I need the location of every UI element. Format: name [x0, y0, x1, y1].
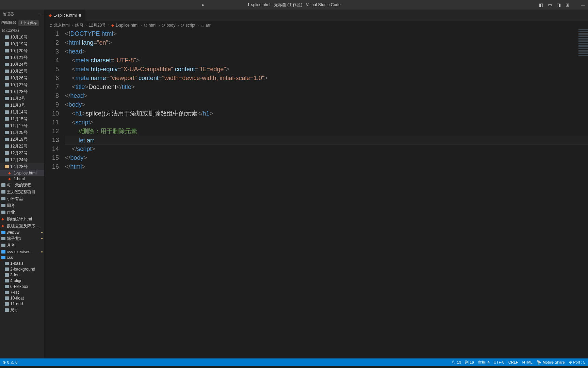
breadcrumb-segment[interactable]: script [185, 23, 195, 28]
folder-item[interactable]: 2-background [0, 266, 44, 272]
folder-item[interactable]: 1-basis [0, 260, 44, 266]
folder-item[interactable]: 12月28号 [0, 163, 44, 170]
tree-item-label: 11月2号 [10, 96, 25, 102]
folder-item[interactable]: 12月19号 [0, 136, 44, 143]
breadcrumb-segment[interactable]: html [149, 23, 157, 28]
status-eol[interactable]: CRLF [508, 360, 518, 364]
folder-item[interactable]: 12月23号 [0, 150, 44, 156]
status-errors[interactable]: ⊗ 0 ⚠ 0 [3, 360, 17, 365]
folder-item[interactable]: 小米有品 [0, 195, 44, 202]
layout-sidebar-right-icon[interactable]: ◨ [557, 2, 561, 7]
file-item[interactable]: ◆1.html [0, 176, 44, 182]
code-line[interactable]: //删除：用于删除元素 [65, 127, 588, 136]
status-indent[interactable]: 空格: 4 [478, 360, 490, 365]
code-line[interactable]: <script> [65, 118, 588, 127]
line-number: 7 [45, 82, 59, 91]
status-encoding[interactable]: UTF-8 [494, 360, 504, 364]
layout-panel-icon[interactable]: ▭ [548, 2, 552, 7]
tab-modified-dot[interactable] [79, 14, 81, 17]
layout-customize-icon[interactable]: ⊞ [566, 2, 569, 7]
tree-item-label: wed3w [7, 230, 19, 235]
workspace-label[interactable]: 区 (工作区) [0, 28, 44, 34]
code-editor[interactable]: 12345678910111213141516 <!DOCTYPE html><… [45, 29, 588, 358]
folder-item[interactable]: 周考 [0, 202, 44, 209]
code-line[interactable]: <meta charset="UTF-8"> [65, 56, 588, 65]
folder-item[interactable]: 11月25号 [0, 129, 44, 136]
window-minimize-icon[interactable]: — [581, 2, 585, 7]
folder-item[interactable]: 11月15号 [0, 116, 44, 122]
breadcrumb-segment[interactable]: arr [206, 23, 211, 28]
folder-item[interactable]: 11月2号 [0, 95, 44, 102]
code-line[interactable]: </html> [65, 162, 588, 171]
folder-item[interactable]: 尺寸 [0, 307, 44, 313]
status-port[interactable]: ⊘ Port : 5 [569, 360, 585, 365]
code-line[interactable]: </script> [65, 144, 588, 153]
breadcrumb-segment[interactable]: body [166, 23, 175, 28]
tab-active[interactable]: ◆ 1-splice.html [45, 10, 86, 21]
folder-item[interactable]: 10月27号 [0, 81, 44, 88]
code-content[interactable]: <!DOCTYPE html><html lang="en"><head> <m… [65, 29, 588, 358]
folder-item[interactable]: 4-align [0, 278, 44, 283]
file-item[interactable]: ◆1-splice.html [0, 170, 44, 176]
code-line[interactable]: </head> [65, 91, 588, 100]
folder-item[interactable]: 10月18号 [0, 34, 44, 41]
folder-item[interactable]: 11月14号 [0, 109, 44, 116]
code-line[interactable]: let arr [65, 136, 588, 144]
folder-item[interactable]: 6-Flexbox [0, 283, 44, 289]
breadcrumb-segment[interactable]: 1-splice.html [115, 23, 138, 28]
code-line[interactable]: <html lang="en"> [65, 38, 588, 47]
folder-item[interactable]: 10月25号 [0, 68, 44, 75]
breadcrumb-segment[interactable]: 练习 [75, 22, 83, 28]
folder-item[interactable]: 月考 [0, 242, 44, 249]
status-line-col[interactable]: 行 13，列 16 [452, 360, 474, 365]
code-line[interactable]: <title>Document</title> [65, 82, 588, 91]
folder-item[interactable]: wed3w● [0, 229, 44, 235]
folder-item[interactable]: 10月21号 [0, 54, 44, 61]
line-number: 13 [45, 136, 59, 144]
breadcrumb-segment[interactable]: 12月28号 [89, 22, 106, 28]
code-line[interactable]: <body> [65, 100, 588, 109]
folder-icon [5, 83, 9, 87]
folder-item[interactable]: 7-list [0, 289, 44, 295]
code-line[interactable]: </body> [65, 153, 588, 162]
folder-item[interactable]: 10月28号 [0, 88, 44, 95]
status-mobile-share[interactable]: 📡 Mobile Share [537, 360, 565, 365]
code-line[interactable]: <head> [65, 47, 588, 56]
folder-item[interactable]: 10月19号 [0, 41, 44, 47]
breadcrumb-icon: ▭ [201, 23, 204, 28]
code-line[interactable]: <h1>splice()方法用于添加或删除数组中的元素</h1> [65, 109, 588, 118]
folder-icon [5, 158, 9, 162]
file-item[interactable]: ◆数组去重及降序排序.html [0, 223, 44, 229]
chevron-right-icon: › [158, 23, 160, 28]
folder-icon [5, 279, 9, 282]
folder-item[interactable]: css-execises● [0, 249, 44, 255]
folder-item[interactable]: 陈子龙1● [0, 235, 44, 242]
folder-item[interactable]: 12月22号 [0, 143, 44, 150]
folder-item[interactable]: 11-grid [0, 301, 44, 307]
file-item[interactable]: ◆购物统计.html [0, 216, 44, 223]
minimap[interactable] [578, 29, 588, 77]
status-language[interactable]: HTML [522, 360, 533, 364]
open-editors-header[interactable]: 的编辑器 1 个未保存 [0, 19, 44, 28]
folder-item[interactable]: 王力宏完整项目 [0, 188, 44, 195]
folder-item[interactable]: 作业 [0, 209, 44, 216]
breadcrumb-segment[interactable]: 北京html [54, 22, 70, 28]
breadcrumb[interactable]: ⊙北京html›练习›12月28号›◆1-splice.html›⬡html›⬡… [45, 21, 588, 29]
folder-item[interactable]: 10月20号 [0, 47, 44, 54]
folder-item[interactable]: 10月24号 [0, 61, 44, 68]
file-tree[interactable]: 10月18号10月19号10月20号10月21号10月24号10月25号10月2… [0, 34, 44, 358]
folder-item[interactable]: css [0, 255, 44, 260]
folder-item[interactable]: 11月3号 [0, 102, 44, 109]
folder-item[interactable]: 3-font [0, 272, 44, 278]
folder-item[interactable]: 10-float [0, 295, 44, 301]
editor-area: ◆ 1-splice.html ⊙北京html›练习›12月28号›◆1-spl… [45, 10, 588, 358]
code-line[interactable]: <meta http-equiv="X-UA-Compatible" conte… [65, 65, 588, 74]
layout-sidebar-left-icon[interactable]: ◧ [539, 2, 543, 7]
folder-item[interactable]: 12月24号 [0, 156, 44, 163]
folder-item[interactable]: 每一天的课程 [0, 182, 44, 188]
code-line[interactable]: <!DOCTYPE html> [65, 29, 588, 38]
folder-item[interactable]: 10月26号 [0, 75, 44, 81]
folder-item[interactable]: 11月17号 [0, 122, 44, 129]
more-actions-icon[interactable]: ⋯ [38, 12, 42, 16]
code-line[interactable]: <meta name="viewport" content="width=dev… [65, 74, 588, 82]
